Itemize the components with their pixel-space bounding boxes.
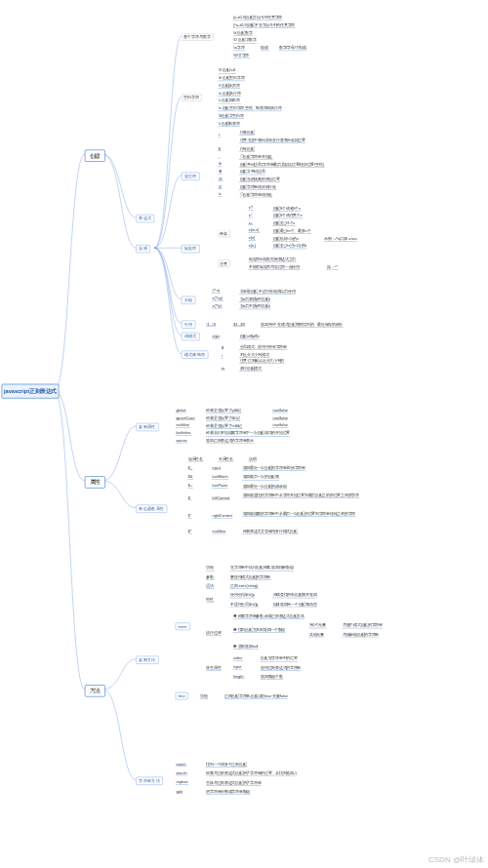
leaf: 注意:在[]中表示排除,在行首表示起始位置: [239, 138, 306, 143]
leaf: 匹配0个或者1个x: [272, 206, 302, 212]
leaf: 匹配非单词边界: [239, 170, 265, 176]
leaf: multiline: [212, 530, 226, 534]
leaf: 匹配x或y或z: [239, 335, 261, 340]
leaf: $_: [187, 465, 192, 470]
leaf: 正则.exec(string): [230, 583, 259, 589]
leaf: 匹配0个或任意个x: [272, 214, 303, 219]
leaf: 语法: [206, 583, 215, 589]
node-exec[interactable]: exec: [176, 623, 190, 630]
leaf: \f 匹配换页符: [218, 83, 240, 89]
leaf: 注意:正则默认区分大小写的: [239, 358, 285, 364]
leaf: true/false: [272, 415, 289, 420]
leaf: 检索与正则表达式匹配的子字符串的位置，未找到返回-1: [206, 771, 298, 777]
leaf: 返回最后一次的匹配项: [242, 475, 279, 481]
leaf: 返回最近一次匹配的字符串,即原字符串: [242, 465, 306, 471]
node-instprops[interactable]: 实例属性: [137, 423, 159, 431]
node-group[interactable]: 分组: [182, 296, 195, 304]
leaf: \b 匹配空白字符: [218, 76, 245, 82]
leaf: true/false: [272, 409, 289, 414]
leaf: 其他元素: [308, 632, 324, 638]
leaf: 匹配字符串结束或行尾: [239, 184, 276, 190]
leaf: 使用全局标记g: [230, 593, 256, 599]
cat-methods[interactable]: 方法: [85, 685, 105, 696]
leaf: 匹配至少n(含n次)的x: [272, 244, 307, 250]
leaf: leftContext: [212, 495, 230, 500]
leaf: \Z: [218, 184, 223, 189]
leaf: \W非字符: [233, 53, 250, 59]
leaf: 检测是否设置了m标记: [206, 423, 243, 429]
node-expr[interactable]: 表达式: [137, 215, 155, 222]
node-anchor[interactable]: 定位符: [182, 173, 200, 180]
leaf: 正则匹配字符串,匹配成功true 失败false: [224, 693, 288, 699]
node-explain[interactable]: 说明: [137, 245, 150, 253]
leaf: ❶ 检索字符串参数,获取正则表达式匹配文本: [233, 613, 305, 619]
leaf: \1...\9: [206, 322, 217, 327]
leaf: source: [176, 439, 187, 444]
leaf: 全局模式，应用于所有字符串: [239, 344, 288, 350]
leaf: 示例：/^a{2}$/ =>aa: [324, 236, 357, 242]
leaf: m: [221, 366, 224, 371]
leaf: [^a-z0-9]匹配不在方括号中的任意字符: [233, 22, 296, 28]
leaf: 数字/字母/下划线: [278, 46, 306, 52]
node-ctorprops[interactable]: 构造函数属性: [137, 505, 168, 513]
leaf: x(?=y): [212, 296, 224, 301]
leaf: 非获取匹配,不进行存储供以后使用: [239, 289, 296, 295]
leaf: ❸ 否则返回null: [233, 644, 259, 650]
leaf: \D 匹配非数字: [233, 38, 258, 44]
leaf: 与整个模式匹配的字符串: [342, 623, 383, 629]
leaf: (?:x): [212, 289, 221, 294]
leaf: \B: [218, 170, 223, 175]
leaf: length: [233, 674, 244, 679]
leaf: g: [221, 344, 224, 349]
node-or[interactable]: 或模式: [182, 333, 200, 340]
node-notes[interactable]: 注意: [218, 260, 229, 267]
leaf: 检测表达式是否采用多行模式匹配: [242, 530, 298, 535]
root-node: javascript正则表达式: [2, 384, 60, 399]
leaf: 持续查找所有匹配项并返回: [272, 593, 317, 599]
cat-attrs[interactable]: 属性: [85, 476, 105, 488]
node-space-char[interactable]: 空白字符: [182, 94, 201, 100]
leaf: 返回数组个数: [261, 674, 284, 680]
leaf: $*: [187, 530, 192, 534]
leaf: 说明: [248, 456, 257, 462]
leaf: true/false: [272, 423, 289, 428]
cat-create[interactable]: 创建: [85, 149, 105, 161]
leaf: 匹配恰好n次的x: [272, 236, 299, 242]
leaf: ^: [218, 133, 221, 138]
leaf: input: [233, 665, 242, 670]
leaf: 应用正则表达式的字符串: [261, 665, 302, 671]
leaf: \t 匹配制表符: [218, 121, 240, 127]
leaf: 匹配单词边界(字符串最后是起始位置/结束位置/空格): [239, 162, 325, 168]
leaf: 功能: [206, 566, 215, 572]
watermark: CSDN @叶绿体: [428, 854, 484, 865]
leaf: x+: [248, 220, 253, 225]
leaf: \S匹配非空白符: [218, 113, 244, 119]
leaf: [a-z0-9]匹配方括号中任意字符: [233, 16, 283, 21]
node-kinds[interactable]: 种类: [218, 230, 229, 237]
leaf: \0 匹配null: [218, 68, 236, 74]
leaf: x{m,n}: [248, 228, 260, 233]
leaf: 组成: [261, 46, 269, 52]
leaf: 返回被搜索的字符串中从最后一次匹配的位置到字符串结尾之间的字符: [242, 511, 356, 517]
leaf: 参数: [206, 574, 215, 580]
node-ref[interactable]: 引用: [182, 321, 195, 329]
leaf: 行尾匹配: [239, 146, 255, 152]
leaf: 限定符出现在范围表达式之后: [248, 257, 297, 263]
node-instmeth[interactable]: 实例方法: [137, 656, 159, 664]
leaf: global: [176, 409, 186, 414]
node-strmeth[interactable]: 字符串方法: [137, 777, 163, 785]
leaf: .: [218, 154, 220, 159]
leaf: 行首匹配: [239, 130, 255, 136]
leaf: split: [176, 789, 183, 794]
leaf: replace: [176, 780, 188, 785]
node-single-char[interactable]: 首个字符与数字: [182, 33, 214, 40]
leaf: $&: [187, 475, 193, 480]
leaf: 在字符串中执行匹配检索,返回结果数组: [230, 566, 295, 572]
node-test[interactable]: test: [176, 692, 188, 699]
leaf: i: [221, 354, 223, 359]
leaf: 功能: [200, 693, 209, 699]
node-quant[interactable]: 限定符: [182, 245, 200, 253]
node-modeflag[interactable]: 模式修饰符: [182, 351, 208, 359]
leaf: ignoreCase: [176, 415, 195, 420]
leaf: 找到一个或多个正则匹配: [206, 762, 247, 768]
